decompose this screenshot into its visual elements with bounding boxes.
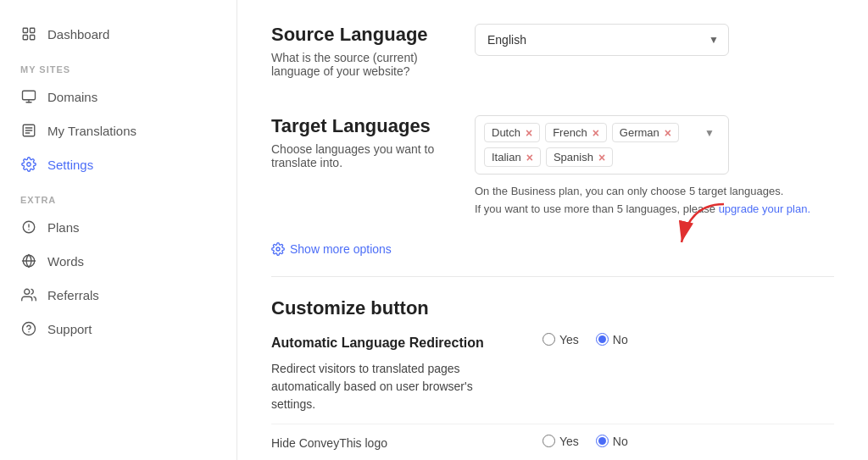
support-icon xyxy=(20,320,37,337)
svg-point-18 xyxy=(23,323,36,335)
auto-redirect-row: Automatic Language Redirection Redirect … xyxy=(271,323,834,424)
svg-point-21 xyxy=(276,247,280,251)
words-icon xyxy=(20,252,37,269)
source-language-section: Source Language What is the source (curr… xyxy=(271,24,834,91)
sidebar-item-dashboard[interactable]: Dashboard xyxy=(0,17,236,51)
sidebar-item-my-translations[interactable]: My Translations xyxy=(0,114,236,147)
hide-logo-yes-label: Yes xyxy=(559,435,579,448)
dashboard-icon xyxy=(20,25,37,42)
notice-line1: On the Business plan, you can only choos… xyxy=(475,185,783,197)
svg-point-11 xyxy=(27,163,31,167)
svg-rect-4 xyxy=(23,91,36,100)
sidebar-item-referrals[interactable]: Referrals xyxy=(0,278,236,312)
hide-logo-controls: Yes No xyxy=(542,435,628,448)
sidebar-item-my-translations-label: My Translations xyxy=(47,124,136,138)
show-more-options-label: Show more options xyxy=(290,242,392,256)
sidebar-item-support-label: Support xyxy=(47,322,92,336)
svg-rect-1 xyxy=(31,28,35,32)
tag-spanish-label: Spanish xyxy=(554,151,593,163)
target-languages-control: Dutch × French × German × ▼ Italian × xyxy=(475,115,834,219)
svg-rect-3 xyxy=(31,36,35,40)
sidebar-item-settings[interactable]: Settings xyxy=(0,147,236,181)
tags-dropdown-arrow[interactable]: ▼ xyxy=(704,127,715,139)
tag-dutch-label: Dutch xyxy=(492,126,520,139)
main-content: Source Language What is the source (curr… xyxy=(237,0,868,460)
sidebar-item-settings-label: Settings xyxy=(47,158,93,172)
hide-logo-row: Hide ConveyThis logo Yes No xyxy=(271,424,834,460)
auto-redirect-yes-radio[interactable] xyxy=(542,333,555,346)
source-language-select-wrapper[interactable]: English French Spanish Dutch German Ital… xyxy=(475,24,729,56)
domains-icon xyxy=(20,88,37,105)
svg-rect-2 xyxy=(23,36,27,40)
source-language-title: Source Language xyxy=(271,24,441,46)
tag-french: French × xyxy=(545,123,607,142)
source-language-desc: What is the source (current) language of… xyxy=(271,51,441,78)
source-language-control: English French Spanish Dutch German Ital… xyxy=(475,24,834,56)
tag-french-remove[interactable]: × xyxy=(593,127,599,139)
referrals-icon xyxy=(20,286,37,303)
sidebar-item-words[interactable]: Words xyxy=(0,244,236,278)
target-languages-notice: On the Business plan, you can only choos… xyxy=(475,183,834,219)
sidebar-item-plans[interactable]: Plans xyxy=(0,210,236,244)
sidebar-item-dashboard-label: Dashboard xyxy=(47,27,109,42)
svg-rect-0 xyxy=(23,28,27,32)
tag-dutch-remove[interactable]: × xyxy=(526,127,532,139)
tag-german-label: German xyxy=(620,126,659,139)
auto-redirect-yes-option[interactable]: Yes xyxy=(542,333,579,346)
tag-german: German × xyxy=(612,123,679,142)
tag-italian-label: Italian xyxy=(492,151,521,163)
sidebar-item-domains-label: Domains xyxy=(47,90,97,104)
sidebar-item-words-label: Words xyxy=(47,254,84,269)
auto-redirect-desc: Redirect visitors to translated pages au… xyxy=(271,360,509,413)
tag-italian-remove[interactable]: × xyxy=(526,152,533,163)
plans-icon xyxy=(20,219,37,236)
target-languages-tags-container[interactable]: Dutch × French × German × ▼ Italian × xyxy=(475,115,729,175)
svg-point-17 xyxy=(25,289,30,294)
auto-redirect-no-radio[interactable] xyxy=(596,333,609,346)
auto-redirect-no-label: No xyxy=(613,333,628,346)
auto-redirect-yes-label: Yes xyxy=(559,333,579,346)
hide-logo-label: Hide ConveyThis logo xyxy=(271,435,509,452)
my-sites-section-label: MY SITES xyxy=(0,51,236,80)
tag-dutch: Dutch × xyxy=(484,123,540,142)
tag-german-remove[interactable]: × xyxy=(665,127,671,139)
target-languages-title: Target Languages xyxy=(271,115,441,137)
sidebar-item-plans-label: Plans xyxy=(47,220,80,235)
hide-logo-no-option[interactable]: No xyxy=(596,435,628,448)
show-more-gear-icon xyxy=(271,242,285,256)
target-languages-desc: Choose languages you want to translate i… xyxy=(271,142,441,169)
section-divider xyxy=(271,276,834,277)
red-arrow-annotation xyxy=(665,200,732,251)
settings-icon xyxy=(20,156,37,173)
hide-logo-title: Hide ConveyThis logo xyxy=(271,436,387,450)
sidebar-item-domains[interactable]: Domains xyxy=(0,80,236,114)
source-language-select[interactable]: English French Spanish Dutch German Ital… xyxy=(475,24,729,56)
tag-spanish-remove[interactable]: × xyxy=(598,152,605,163)
target-languages-section: Target Languages Choose languages you wa… xyxy=(271,115,834,219)
auto-redirect-label: Automatic Language Redirection Redirect … xyxy=(271,333,509,413)
sidebar-item-referrals-label: Referrals xyxy=(47,288,99,302)
hide-logo-yes-option[interactable]: Yes xyxy=(542,435,579,448)
sidebar-item-support[interactable]: Support xyxy=(0,312,236,346)
customize-button-title: Customize button xyxy=(271,297,834,319)
tag-italian: Italian × xyxy=(484,147,541,167)
auto-redirect-controls: Yes No xyxy=(542,333,628,346)
hide-logo-no-label: No xyxy=(613,435,628,448)
extra-section-label: EXTRA xyxy=(0,181,236,210)
source-language-label-col: Source Language What is the source (curr… xyxy=(271,24,441,91)
tag-spanish: Spanish × xyxy=(546,147,613,167)
target-languages-label-col: Target Languages Choose languages you wa… xyxy=(271,115,441,183)
my-translations-icon xyxy=(20,122,37,139)
hide-logo-no-radio[interactable] xyxy=(596,435,609,447)
hide-logo-yes-radio[interactable] xyxy=(542,435,555,447)
show-more-options-link[interactable]: Show more options xyxy=(271,242,834,256)
auto-redirect-title: Automatic Language Redirection xyxy=(271,333,509,353)
tag-french-label: French xyxy=(553,126,587,139)
sidebar: Dashboard MY SITES Domains My Translatio… xyxy=(0,0,237,460)
auto-redirect-no-option[interactable]: No xyxy=(596,333,628,346)
